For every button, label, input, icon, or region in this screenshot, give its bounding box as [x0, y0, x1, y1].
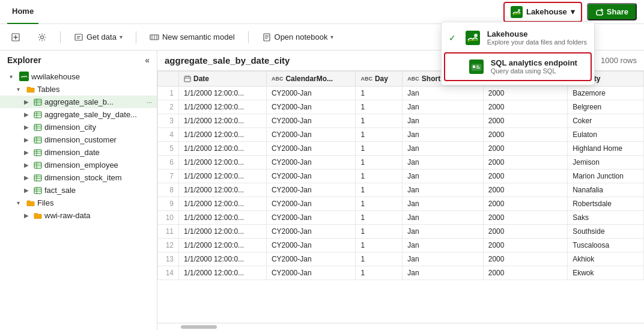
cell-calyear: 2000	[483, 128, 568, 142]
table-row: 11 1/1/2000 12:00:0... CY2000-Jan 1 Jan …	[158, 225, 644, 239]
svg-point-55	[474, 34, 478, 37]
cell-date: 1/1/2000 12:00:0...	[179, 114, 267, 128]
tree-item-more[interactable]: ···	[147, 99, 152, 106]
cell-calmo: CY2000-Jan	[266, 170, 356, 183]
cell-calyear: 2000	[483, 142, 568, 156]
tree-root-node[interactable]: ▾ wwilakehouse	[0, 70, 157, 83]
sidebar-content: ▾ wwilakehouse ▾ Tables ▶	[0, 70, 157, 330]
open-notebook-button[interactable]: Open notebook ▾	[258, 30, 338, 44]
lakehouse-button[interactable]: Lakehouse ▾	[503, 2, 582, 22]
cell-calyear: 2000	[483, 183, 568, 197]
svg-rect-54	[466, 31, 480, 45]
cell-date: 1/1/2000 12:00:0...	[179, 128, 267, 142]
dropdown-sql-endpoint-item[interactable]: ✓ SQL analytics endpoint Query data usin…	[444, 52, 592, 81]
col-header-day[interactable]: ABC Day	[356, 72, 402, 87]
cell-day: 1	[356, 142, 402, 156]
tree-table-name: fact_sale	[44, 186, 76, 195]
cell-date: 1/1/2000 12:00:0...	[179, 183, 267, 197]
new-item-icon	[11, 32, 20, 42]
col-header-date[interactable]: Date	[179, 72, 267, 87]
open-notebook-chevron: ▾	[330, 34, 333, 40]
tree-table-item[interactable]: ▶ dimension_date	[0, 146, 157, 159]
top-bar-right: Lakehouse ▾ Share	[503, 2, 637, 22]
cell-date: 1/1/2000 12:00:0...	[179, 225, 267, 239]
lakehouse-icon	[511, 6, 523, 18]
cell-calyear: 2000	[483, 211, 568, 225]
sidebar-collapse-button[interactable]: «	[145, 55, 150, 65]
cell-city: Nanafalia	[568, 183, 644, 197]
semantic-model-icon	[150, 32, 159, 42]
row-count: 1000 rows	[601, 56, 637, 65]
table-icon	[34, 161, 42, 170]
table-row: 5 1/1/2000 12:00:0... CY2000-Jan 1 Jan 2…	[158, 142, 644, 156]
table-icon	[34, 123, 42, 132]
folder-icon	[34, 212, 42, 220]
cell-calyear: 2000	[483, 156, 568, 170]
svg-rect-17	[19, 72, 29, 81]
settings-button[interactable]	[34, 30, 50, 44]
sql-endpoint-title: SQL analytics endpoint	[491, 58, 583, 67]
tree-files-node[interactable]: ▾ Files	[0, 197, 157, 209]
tree-table-item[interactable]: ▶ aggregate_sale_by_date...	[0, 108, 157, 121]
row-number: 2	[158, 100, 179, 114]
lakehouse-dropdown-text: Lakehouse Explore your data files and fo…	[487, 29, 587, 46]
sql-endpoint-icon	[468, 58, 485, 75]
share-label: Share	[607, 7, 628, 16]
cell-calyear: 2000	[483, 87, 568, 100]
row-number: 5	[158, 142, 179, 156]
dropdown-lakehouse-item[interactable]: ✓ Lakehouse Explore your data files and …	[442, 25, 594, 51]
tree-table-item[interactable]: ▶ fact_sale	[0, 184, 157, 197]
table-row: 6 1/1/2000 12:00:0... CY2000-Jan 1 Jan 2…	[158, 156, 644, 170]
cell-calmo: CY2000-Jan	[266, 183, 356, 197]
horizontal-scrollbar[interactable]	[157, 323, 644, 330]
cell-calmo: CY2000-Jan	[266, 211, 356, 225]
tree-table-item[interactable]: ▶ dimension_customer	[0, 133, 157, 146]
share-button[interactable]: Share	[587, 3, 637, 20]
chevron-right-icon: ▶	[24, 174, 31, 181]
sql-endpoint-subtitle: Query data using SQL	[491, 67, 583, 75]
cell-calmo: CY2000-Jan	[266, 156, 356, 170]
col-header-calmo[interactable]: ABC CalendarMo...	[266, 72, 356, 87]
cell-day: 1	[356, 239, 402, 252]
row-number: 7	[158, 170, 179, 183]
tree-table-item[interactable]: ▶ dimension_employee	[0, 159, 157, 171]
get-data-button[interactable]: Get data ▾	[70, 30, 126, 44]
cell-calyear: 2000	[483, 252, 568, 266]
tree-files-label: Files	[37, 198, 53, 207]
table-row: 3 1/1/2000 12:00:0... CY2000-Jan 1 Jan 2…	[158, 114, 644, 128]
tree-table-item[interactable]: ▶ aggregate_sale_b... ···	[0, 96, 157, 108]
new-semantic-model-label: New semantic model	[162, 32, 235, 41]
tree-tables-node[interactable]: ▾ Tables	[0, 83, 157, 96]
chevron-right-icon: ▶	[24, 187, 31, 194]
cell-calmo: CY2000-Jan	[266, 266, 356, 280]
chevron-down-icon: ▾	[17, 200, 24, 206]
new-item-button[interactable]	[7, 30, 24, 44]
new-semantic-model-button[interactable]: New semantic model	[146, 30, 238, 44]
scrollbar-thumb	[181, 325, 217, 329]
cell-day: 1	[356, 156, 402, 170]
tree-table-item[interactable]: ▶ dimension_city	[0, 121, 157, 133]
row-number: 6	[158, 156, 179, 170]
home-tab[interactable]: Home	[7, 0, 38, 24]
cell-city: Coker	[568, 114, 644, 128]
table-icon	[34, 148, 42, 157]
lakehouse-dropdown-subtitle: Explore your data files and folders	[487, 38, 587, 46]
svg-rect-58	[473, 66, 475, 68]
cell-city: Jemison	[568, 156, 644, 170]
table-row: 14 1/1/2000 12:00:0... CY2000-Jan 1 Jan …	[158, 266, 644, 280]
cell-city: Akhiok	[568, 252, 644, 266]
folder-icon	[26, 199, 35, 207]
row-number: 3	[158, 114, 179, 128]
table-title: aggregate_sale_by_date_city	[165, 55, 290, 66]
tree-table-item[interactable]: ▶ dimension_stock_item	[0, 171, 157, 184]
col-header-rownum	[158, 72, 179, 87]
table-body: 1 1/1/2000 12:00:0... CY2000-Jan 1 Jan 2…	[158, 87, 644, 280]
tree-file-item[interactable]: ▶ wwi-raw-data	[0, 209, 157, 222]
data-table-wrapper[interactable]: Date ABC CalendarMo... ABC	[157, 71, 644, 323]
cell-city: Ekwok	[568, 266, 644, 280]
row-number: 14	[158, 266, 179, 280]
row-number: 9	[158, 197, 179, 211]
cell-calyear: 2000	[483, 225, 568, 239]
tree-root-label: wwilakehouse	[31, 72, 80, 81]
lakehouse-dropdown-title: Lakehouse	[487, 29, 587, 38]
